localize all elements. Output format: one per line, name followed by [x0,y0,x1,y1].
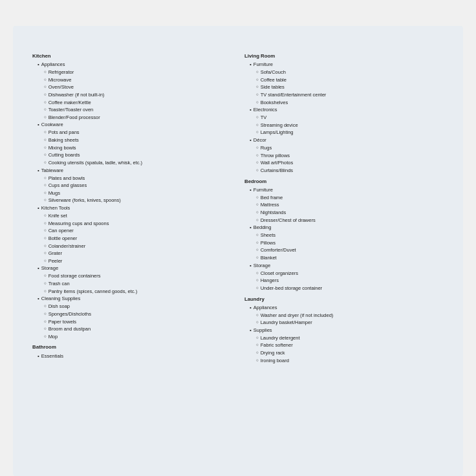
sub-item: Cups and glasses [44,182,232,189]
section-header: Living Room [244,52,444,60]
sub-item: Broom and dustpan [44,325,232,333]
sub-item: Colander/strainer [44,243,232,250]
section-header: Laundry [244,296,444,303]
sub-item: Mop [44,333,232,341]
sub-item: Toaster/Toaster oven [44,106,232,114]
sub-item: Ironing board [256,357,444,365]
sub-item: Sponges/Dishcloths [44,310,232,318]
sub-item: Mugs [44,189,232,197]
sub-item: Washer and dryer (if not included) [256,312,444,319]
sub-item: Plates and bowls [44,175,232,182]
sub-item: Mixing bowls [44,144,232,152]
sub-item: Dishwasher (if not built-in) [44,91,232,99]
sub-item: Mattress [256,201,444,209]
checklist-columns: KitchenAppliancesRefrigeratorMicrowaveOv… [32,49,444,364]
sub-item: Streaming device [256,122,444,129]
sub-item: Coffee table [256,76,444,84]
bullet-item: Essentials [38,352,232,360]
bullet-item: Storage [250,262,444,270]
bullet-item: Cleaning Supplies [38,295,232,303]
sub-item: Nightstands [256,209,444,217]
left-column: KitchenAppliancesRefrigeratorMicrowaveOv… [32,49,232,364]
bullet-item: Cookware [38,121,232,129]
sub-item: Under-bed storage container [256,285,444,292]
sub-item: Food storage containers [44,272,232,280]
bullet-item: Tableware [38,167,232,175]
bullet-item: Appliances [250,304,444,312]
sub-item: Coffee maker/Kettle [44,99,232,107]
sub-item: Drying rack [256,349,444,357]
section-header: Kitchen [32,52,232,60]
sub-item: Trash can [44,280,232,288]
sub-item: Refrigerator [44,69,232,76]
sub-item: Curtains/Blinds [256,167,444,175]
bullet-item: Supplies [250,327,444,334]
sub-item: Lamps/Lighting [256,129,444,136]
sub-item: Measuring cups and spoons [44,220,232,228]
sub-item: Laundry detergent [256,334,444,342]
sub-item: Throw pillows [256,152,444,160]
bullet-item: Storage [38,265,232,272]
section-header: Bedroom [244,178,444,186]
sub-item: Sofa/Couch [256,69,444,76]
sub-item: Microwave [44,76,232,84]
bullet-item: Furniture [250,186,444,194]
sub-item: Paper towels [44,318,232,326]
sub-item: Side tables [256,83,444,91]
bullet-item: Kitchen Tools [38,204,232,212]
sub-item: Knife set [44,212,232,220]
sub-item: Pots and pans [44,129,232,136]
sub-item: TV [256,114,444,122]
sub-item: Wall art/Photos [256,159,444,167]
sub-item: Fabric softener [256,341,444,349]
bullet-item: Electronics [250,106,444,114]
bullet-item: Bedding [250,224,444,232]
sub-item: Baking sheets [44,136,232,144]
document: KitchenAppliancesRefrigeratorMicrowaveOv… [13,26,463,476]
sub-item: Rugs [256,144,444,152]
sub-item: Pillows [256,239,444,247]
sub-item: Cooking utensils (spatula, ladle, whisk,… [44,159,232,167]
sub-item: Oven/Stove [44,83,232,91]
sub-item: Hangers [256,277,444,285]
sub-item: Can opener [44,227,232,235]
sub-item: Blanket [256,254,444,262]
sub-item: Blender/Food processor [44,114,232,122]
sub-item: Comforter/Duvet [256,246,444,254]
right-column: Living RoomFurnitureSofa/CouchCoffee tab… [244,49,444,364]
sub-item: TV stand/Entertainment center [256,91,444,99]
sub-item: Silverware (forks, knives, spoons) [44,197,232,204]
bullet-item: Furniture [250,61,444,69]
sub-item: Peeler [44,257,232,265]
sub-item: Laundry basket/Hamper [256,319,444,327]
sub-item: Grater [44,250,232,257]
sub-item: Bookshelves [256,99,444,107]
sub-item: Dish soap [44,303,232,310]
sub-item: Cutting boards [44,151,232,159]
section-header: Bathroom [32,343,232,351]
sub-item: Closet organizers [256,270,444,277]
bullet-item: Appliances [38,61,232,69]
sub-item: Pantry items (spices, canned goods, etc.… [44,288,232,296]
sub-item: Sheets [256,232,444,239]
sub-item: Bottle opener [44,235,232,243]
sub-item: Bed frame [256,194,444,202]
sub-item: Dresser/Chest of drawers [256,217,444,224]
bullet-item: Décor [250,136,444,144]
